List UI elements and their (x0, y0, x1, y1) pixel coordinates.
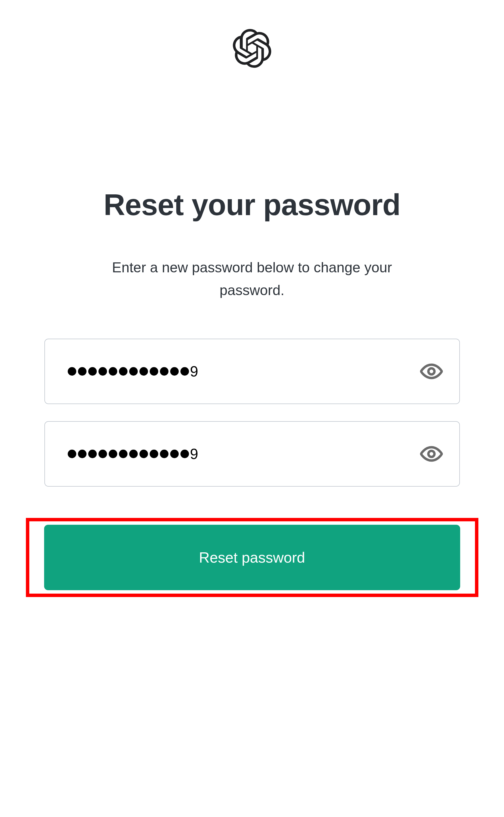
reset-password-button[interactable]: Reset password (44, 525, 460, 590)
svg-point-0 (428, 368, 434, 374)
page-subtitle: Enter a new password below to change you… (81, 256, 423, 302)
confirm-password-mask (68, 450, 189, 458)
confirm-password-value: 9 (68, 445, 198, 462)
confirm-password-field-wrap: 9 (44, 421, 460, 487)
confirm-password-visible-char: 9 (190, 445, 198, 462)
eye-icon (420, 446, 443, 462)
password-mask (68, 367, 189, 376)
new-password-input[interactable]: 9 (44, 339, 460, 404)
password-field-wrap: 9 (44, 339, 460, 404)
password-value: 9 (68, 363, 198, 380)
reset-button-highlight: Reset password (26, 518, 478, 597)
logo (232, 28, 272, 68)
password-visible-char: 9 (190, 363, 198, 380)
openai-logo-icon (232, 28, 272, 68)
page-title: Reset your password (104, 188, 400, 222)
confirm-password-input[interactable]: 9 (44, 421, 460, 487)
toggle-password-visibility-button[interactable] (420, 360, 443, 383)
svg-point-1 (428, 451, 434, 457)
toggle-confirm-password-visibility-button[interactable] (420, 443, 443, 465)
eye-icon (420, 363, 443, 379)
